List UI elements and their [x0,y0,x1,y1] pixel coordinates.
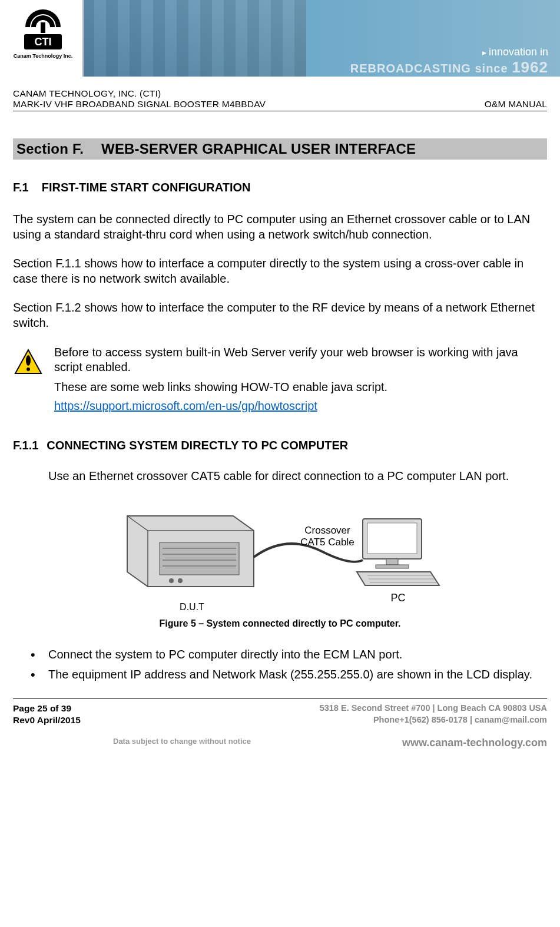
svg-point-11 [169,578,174,583]
f1-para-3: Section F.1.2 shows how to interface the… [13,300,547,330]
footer-phone: Phone+1(562) 856-0178 | canam@mail.com [320,714,547,726]
header-rule [13,111,547,111]
svg-rect-16 [367,523,417,554]
header-doctype: O&M MANUAL [485,99,547,110]
footer-left: Page 25 of 39 Rev0 April/2015 [13,703,81,726]
javascript-howto-link[interactable]: https://support.microsoft.com/en-us/gp/h… [54,399,317,412]
note-p2: These are some web links showing HOW-TO … [54,380,547,395]
figure-5: D.U.T Crossover CAT5 Cable PC Figure 5 –… [13,498,547,629]
page-footer: Page 25 of 39 Rev0 April/2015 5318 E. Se… [0,698,560,755]
tagline-line1: innovation in [350,46,548,58]
banner-background-image [82,0,306,77]
tagline-line2: REBROADCASTING since 1962 [350,58,548,77]
footer-notice: Data subject to change without notice [113,737,251,749]
svg-rect-0 [41,22,45,33]
figure-5-caption: Figure 5 – System connected directly to … [13,618,547,629]
svg-rect-6 [160,542,239,575]
tagline-prefix: REBROADCASTING since [350,62,512,75]
svg-text:CAT5 Cable: CAT5 Cable [300,537,354,548]
header-company: CANAM TECHNOLOGY, INC. (CTI) [13,88,547,99]
svg-point-5 [26,368,30,371]
tagline-year: 1962 [512,58,548,76]
svg-rect-17 [386,559,398,565]
cti-logo: CTI Canam Technology Inc. [11,6,75,59]
warning-icon [13,345,44,413]
f11-number: F.1.1 [13,439,38,452]
banner-tagline: innovation in REBROADCASTING since 1962 [350,46,548,77]
warning-note: Before to access system built-in Web Ser… [13,345,547,413]
f11-para-1: Use an Ethernet crossover CAT5 cable for… [48,469,547,484]
footer-rev: Rev0 April/2015 [13,714,81,726]
f11-body: Use an Ethernet crossover CAT5 cable for… [13,469,547,484]
list-item: Connect the system to PC computer direct… [31,647,547,662]
logo-company-text: Canam Technology Inc. [11,53,75,59]
fig-dut-label: D.U.T [180,602,204,612]
section-f-heading: Section F.WEB-SERVER GRAPHICAL USER INTE… [13,138,547,160]
document-header: CANAM TECHNOLOGY, INC. (CTI) MARK-IV VHF… [13,88,547,111]
f11-title: CONNECTING SYSTEM DIRECTLY TO PC COMPUTE… [47,439,348,452]
f1-number: F.1 [13,181,29,194]
heading-f1: F.1FIRST-TIME START CONFIGURATION [13,181,547,194]
svg-text:Crossover: Crossover [304,525,350,536]
section-title: WEB-SERVER GRAPHICAL USER INTERFACE [101,141,416,157]
footer-right: 5318 E. Second Street #700 | Long Beach … [320,703,547,726]
heading-f11: F.1.1CONNECTING SYSTEM DIRECTLY TO PC CO… [13,439,547,452]
svg-rect-18 [376,565,409,568]
footer-rule [13,698,547,699]
page-content: CANAM TECHNOLOGY, INC. (CTI) MARK-IV VHF… [0,77,560,682]
cti-logo-icon: CTI [19,6,67,52]
svg-text:CTI: CTI [35,36,52,48]
note-p1: Before to access system built-in Web Ser… [54,345,547,375]
svg-point-4 [26,355,31,366]
f1-para-2: Section F.1.1 shows how to interface a c… [13,256,547,286]
figure-5-diagram: D.U.T Crossover CAT5 Cable PC [104,498,457,616]
footer-url: www.canam-technology.com [402,737,547,749]
svg-point-12 [178,578,183,583]
footer-address: 5318 E. Second Street #700 | Long Beach … [320,703,547,714]
f1-para-1: The system can be connected directly to … [13,212,547,242]
warning-text: Before to access system built-in Web Ser… [54,345,547,413]
f1-title: FIRST-TIME START CONFIGURATION [42,181,251,194]
footer-page: Page 25 of 39 [13,703,81,714]
f11-bullet-list: Connect the system to PC computer direct… [13,647,547,682]
svg-text:PC: PC [390,592,405,604]
header-product: MARK-IV VHF BROADBAND SIGNAL BOOSTER M4B… [13,99,266,110]
list-item: The equipment IP address and Network Mas… [31,667,547,682]
section-label: Section F. [16,141,84,157]
header-banner: CTI Canam Technology Inc. innovation in … [0,0,560,77]
